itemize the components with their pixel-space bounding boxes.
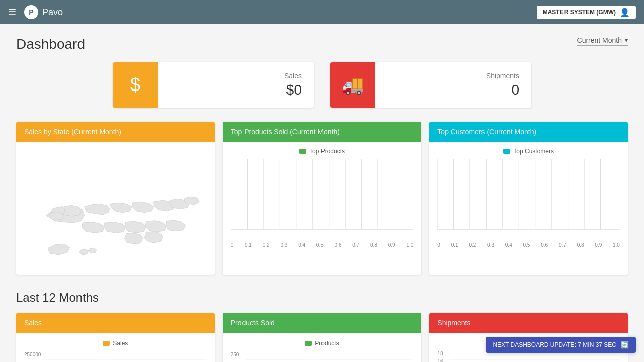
products-sold-bottom-title: Products Sold <box>231 319 275 327</box>
logo-area: P Pavo <box>24 5 63 19</box>
sales-line-chart <box>44 350 207 362</box>
system-badge[interactable]: MASTER SYSTEM (GMW) 👤 <box>537 6 636 19</box>
menu-icon[interactable]: ☰ <box>8 7 16 18</box>
top-customers-chart-svg <box>437 159 620 239</box>
update-label: NEXT DASHBOARD UPDATE: 7 MIN 37 SEC <box>493 341 616 348</box>
refresh-icon: 🔄 <box>620 341 629 349</box>
sales-kpi-info: Sales $0 <box>158 64 314 106</box>
top-customers-chart: 00.10.20.30.40.50.60.70.80.91.0 <box>437 159 620 239</box>
sales-icon-box: $ <box>113 62 158 108</box>
top-products-body: Top Products <box>223 142 422 245</box>
main-content: Dashboard Current Month ▾ $ Sales $0 🚚 S… <box>0 24 644 362</box>
kpi-row: $ Sales $0 🚚 Shipments 0 <box>16 62 628 108</box>
products-y-labels: 250 200 <box>231 350 246 362</box>
products-sold-bottom-header: Products Sold <box>223 313 422 333</box>
app-header: ☰ P Pavo MASTER SYSTEM (GMW) 👤 <box>0 0 644 24</box>
sales-y-labels: 250000 200000 <box>24 350 44 362</box>
sales-line-svg <box>44 350 207 362</box>
top-products-legend: Top Products <box>231 148 414 155</box>
filter-dropdown[interactable]: Current Month ▾ <box>577 36 628 46</box>
top-products-x-labels: 00.10.20.30.40.50.60.70.80.91.0 <box>231 242 414 248</box>
us-map-container <box>16 142 215 275</box>
products-line-chart <box>246 350 414 362</box>
products-chart-container: 250 200 <box>231 350 414 362</box>
header-left: ☰ P Pavo <box>8 5 63 19</box>
top-products-panel: Top Products Sold (Current Month) Top Pr… <box>223 122 422 275</box>
shipments-bottom-title: Shipments <box>437 319 470 327</box>
top-customers-title: Top Customers (Current Month) <box>437 128 536 136</box>
products-sold-bottom-panel: Products Sold Products 250 200 <box>223 313 422 362</box>
shipments-kpi-card: 🚚 Shipments 0 <box>330 62 531 108</box>
top-customers-legend-label: Top Customers <box>513 148 554 155</box>
top-products-header: Top Products Sold (Current Month) <box>223 122 422 142</box>
sales-legend-label: Sales <box>113 340 128 347</box>
top-products-chart: 00.10.20.30.40.50.60.70.80.91.0 <box>231 159 414 239</box>
system-label: MASTER SYSTEM (GMW) <box>543 9 616 16</box>
sales-chart-container: 250000 200000 <box>24 350 207 362</box>
products-legend-label: Products <box>315 340 339 347</box>
sales-bottom-body: Sales 250000 200000 <box>16 333 215 362</box>
shipments-value: 0 <box>387 82 519 98</box>
top-customers-legend: Top Customers <box>437 148 620 155</box>
sales-by-state-panel: Sales by State (Current Month) <box>16 122 215 275</box>
title-row: Dashboard Current Month ▾ <box>16 36 628 52</box>
products-line-svg <box>246 350 414 362</box>
dollar-icon: $ <box>130 74 140 96</box>
top-customers-header: Top Customers (Current Month) <box>429 122 628 142</box>
top-customers-panel: Top Customers (Current Month) Top Custom… <box>429 122 628 275</box>
products-legend-color <box>305 341 312 346</box>
top-products-legend-label: Top Products <box>309 148 345 155</box>
top-customers-x-labels: 00.10.20.30.40.50.60.70.80.91.0 <box>437 242 620 248</box>
header-right: MASTER SYSTEM (GMW) 👤 <box>537 6 636 19</box>
top-products-title: Top Products Sold (Current Month) <box>231 128 340 136</box>
sales-value: $0 <box>170 82 302 98</box>
products-legend: Products <box>231 340 414 347</box>
sales-by-state-header: Sales by State (Current Month) <box>16 122 215 142</box>
logo-circle: P <box>24 5 38 19</box>
top-products-legend-color <box>299 149 306 154</box>
sales-bottom-header: Sales <box>16 313 215 333</box>
shipments-y-labels: 18 16 14 <box>437 350 449 362</box>
page-title: Dashboard <box>16 36 85 52</box>
sales-legend-color <box>103 341 110 346</box>
products-sold-bottom-body: Products 250 200 <box>223 333 422 362</box>
sales-bottom-title: Sales <box>24 319 42 327</box>
top-customers-legend-color <box>503 149 510 154</box>
shipments-bottom-header: Shipments <box>429 313 628 333</box>
top-panels-row: Sales by State (Current Month) <box>16 122 628 275</box>
shipments-icon-box: 🚚 <box>330 62 375 108</box>
sales-by-state-title: Sales by State (Current Month) <box>24 128 121 136</box>
sales-kpi-card: $ Sales $0 <box>113 62 314 108</box>
filter-label: Current Month <box>577 36 622 44</box>
update-badge[interactable]: NEXT DASHBOARD UPDATE: 7 MIN 37 SEC 🔄 <box>486 337 636 353</box>
truck-icon: 🚚 <box>342 74 364 96</box>
shipments-label: Shipments <box>387 72 519 80</box>
sales-bottom-legend: Sales <box>24 340 207 347</box>
top-customers-body: Top Customers <box>429 142 628 245</box>
app-name: Pavo <box>42 7 63 18</box>
sales-bottom-panel: Sales Sales 250000 200000 <box>16 313 215 362</box>
shipments-kpi-info: Shipments 0 <box>375 64 531 106</box>
dropdown-arrow-icon: ▾ <box>625 37 628 44</box>
us-map-svg <box>24 150 207 266</box>
last-12-title: Last 12 Months <box>16 291 628 305</box>
sales-label: Sales <box>170 72 302 80</box>
account-icon: 👤 <box>620 8 630 17</box>
top-products-chart-svg <box>231 159 414 239</box>
